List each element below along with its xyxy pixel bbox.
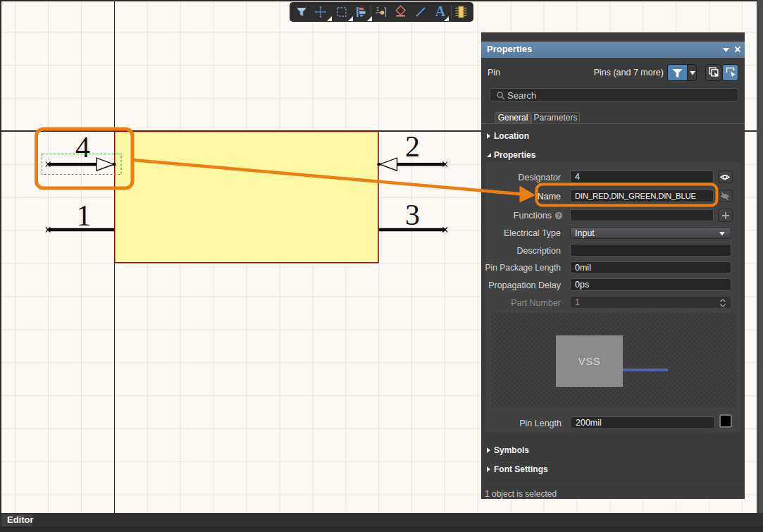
- svg-text:1: 1: [376, 6, 380, 12]
- svg-text:?: ?: [557, 212, 560, 219]
